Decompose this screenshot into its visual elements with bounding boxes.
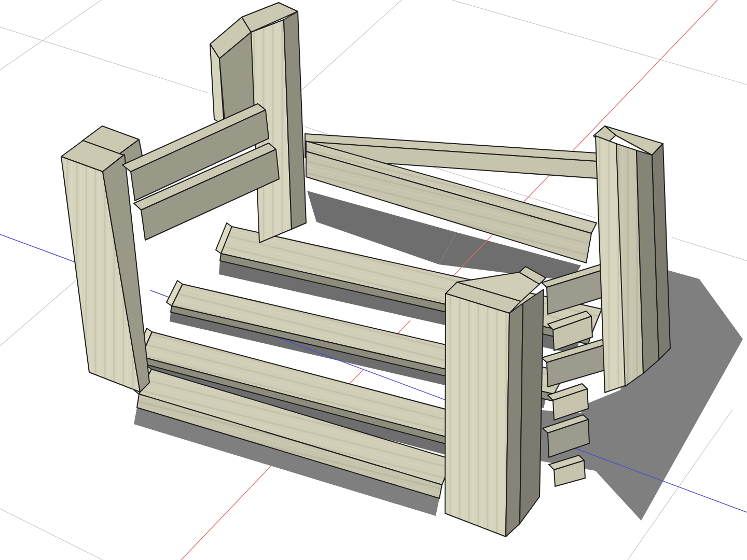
front-post-side-dark2 [520,289,544,524]
modeling-viewport-canvas[interactable] [0,0,747,560]
front-post-plank-front-grain [445,293,509,537]
